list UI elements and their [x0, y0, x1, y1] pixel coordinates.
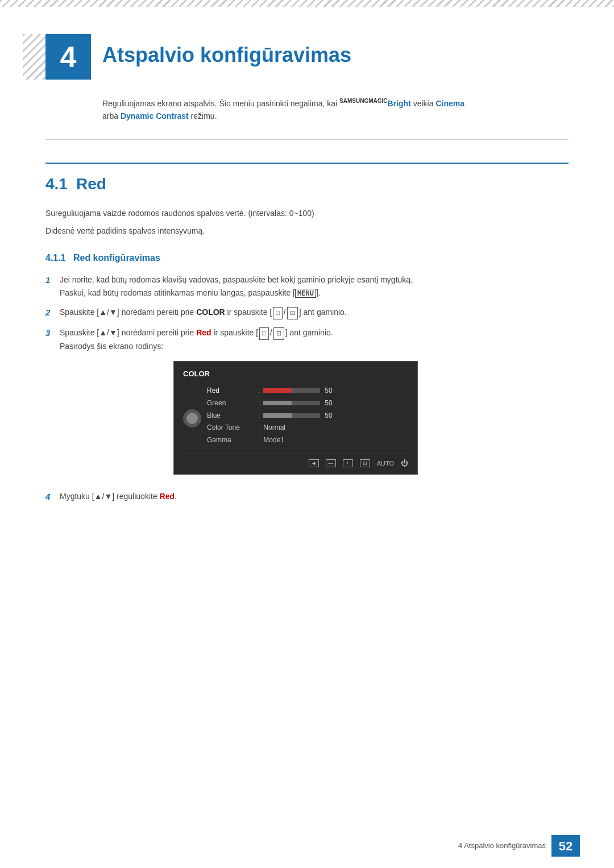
osd-left-icon — [183, 386, 201, 448]
section-4-1-header: 4.1 Red — [45, 163, 569, 196]
osd-btn-enter: ⊡ — [360, 459, 370, 467]
chapter-number: 4 — [45, 34, 91, 80]
osd-bottom-icons: ◄ — + ⊡ AUTO ⏻ — [183, 454, 408, 470]
chapter-title: Atspalvio konfigūravimas — [102, 34, 351, 70]
steps-list: 1 Jei norite, kad būtų rodomas klavišų v… — [45, 273, 569, 503]
osd-btn-plus: + — [343, 459, 353, 467]
osd-btn-minus: — — [326, 459, 336, 467]
osd-box: COLOR Red : — [173, 361, 418, 475]
step-2: 2 Spauskite [▲/▼] norėdami pereiti prie … — [45, 306, 569, 319]
osd-btn-left: ◄ — [309, 459, 319, 467]
osd-row-color-tone: Color Tone : Normal — [207, 423, 408, 433]
footer-page-number: 52 — [551, 835, 580, 857]
page-footer: 4 Atspalvio konfigūravimas 52 — [458, 835, 580, 857]
subsection-4-1-1-header: 4.1.1 Red konfigūravimas — [45, 251, 569, 265]
chapter-divider — [45, 139, 569, 140]
chapter-header: 4 Atspalvio konfigūravimas — [45, 34, 569, 80]
section-desc-2: Didesnė vertė padidins spalvos intensyvu… — [45, 225, 569, 237]
osd-menu-area: Red : 50 — [183, 386, 408, 448]
chapter-description: Reguliuojamas ekrano atspalvis. Šio meni… — [102, 97, 569, 122]
footer-chapter-label: 4 Atspalvio konfigūravimas — [458, 840, 546, 852]
osd-btn-auto: AUTO — [377, 459, 394, 469]
osd-row-red: Red : 50 — [207, 386, 408, 396]
step-3: 3 Spauskite [▲/▼] norėdami pereiti prie … — [45, 326, 569, 483]
step-4: 4 Mygtuku [▲/▼] reguliuokite Red. — [45, 490, 569, 504]
section-desc-1: Sureguliuojama vaizde rodomos raudonos s… — [45, 207, 569, 219]
osd-row-gamma: Gamma : Mode1 — [207, 435, 408, 445]
osd-menu-items: Red : 50 — [207, 386, 408, 448]
osd-btn-power: ⏻ — [401, 458, 408, 470]
section-title: Red — [76, 172, 106, 196]
section-4-1-body: Sureguliuojama vaizde rodomos raudonos s… — [45, 207, 569, 237]
osd-title: COLOR — [183, 368, 408, 380]
osd-screenshot: COLOR Red : — [173, 361, 418, 475]
step-1: 1 Jei norite, kad būtų rodomas klavišų v… — [45, 273, 569, 299]
osd-row-green: Green : 50 — [207, 398, 408, 408]
section-number: 4.1 — [45, 172, 68, 196]
osd-row-blue: Blue : 50 — [207, 411, 408, 421]
subsection-title: 4.1.1 Red konfigūravimas — [45, 253, 160, 263]
